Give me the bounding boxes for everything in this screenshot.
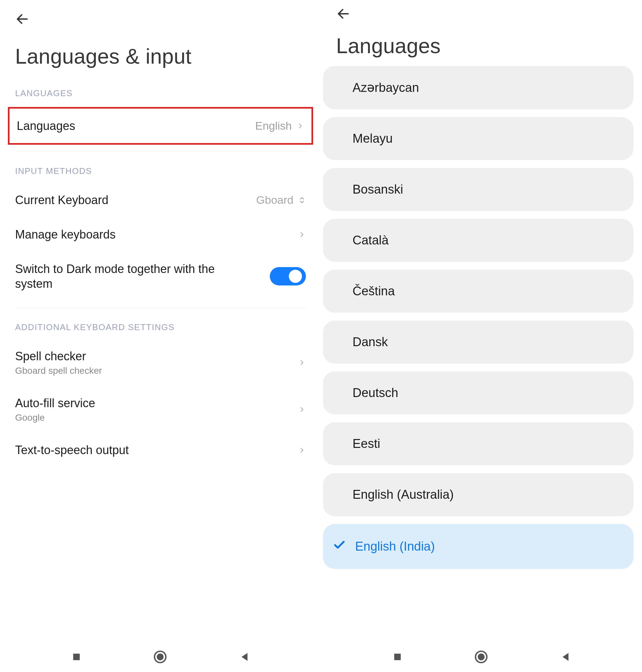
language-item[interactable]: Bosanski [323, 168, 633, 211]
nav-back-button[interactable] [239, 651, 251, 663]
language-item[interactable]: Dansk [323, 321, 633, 364]
section-header-input-methods: INPUT METHODS [0, 158, 321, 183]
chevron-right-icon [298, 444, 306, 456]
language-list: AzərbaycanMelayuBosanskiCatalàČeštinaDan… [321, 66, 642, 569]
language-item[interactable]: English (India) [323, 524, 633, 569]
language-item[interactable]: Eesti [323, 422, 633, 465]
languages-value: English [255, 119, 292, 132]
back-button[interactable] [0, 7, 321, 34]
svg-rect-2 [73, 654, 80, 660]
chevron-right-icon [298, 404, 306, 415]
svg-point-7 [477, 653, 485, 660]
languages-row[interactable]: Languages English [10, 108, 311, 143]
svg-rect-5 [394, 654, 401, 660]
manage-keyboards-label: Manage keyboards [15, 227, 116, 242]
tts-label: Text-to-speech output [15, 443, 129, 457]
language-name: English (India) [355, 540, 435, 554]
nav-recent-button[interactable] [392, 651, 403, 662]
languages-label: Languages [17, 118, 75, 133]
dark-mode-label: Switch to Dark mode together with the sy… [15, 261, 238, 291]
page-title: Languages [321, 26, 642, 66]
svg-point-4 [156, 653, 164, 660]
up-down-icon [298, 195, 306, 205]
highlighted-languages-row: Languages English [8, 107, 313, 145]
current-keyboard-value: Gboard [256, 194, 293, 206]
dark-mode-toggle[interactable] [270, 267, 306, 285]
languages-list-panel: Languages AzərbaycanMelayuBosanskiCatalà… [321, 0, 642, 642]
divider [15, 308, 306, 308]
nav-home-button[interactable] [474, 649, 489, 664]
section-header-languages: LANGUAGES [0, 80, 321, 105]
language-item[interactable]: Melayu [323, 117, 633, 160]
current-keyboard-label: Current Keyboard [15, 193, 108, 207]
chevron-right-icon [298, 229, 306, 240]
language-item[interactable]: Català [323, 219, 633, 262]
back-button[interactable] [321, 3, 642, 26]
manage-keyboards-row[interactable]: Manage keyboards [0, 217, 321, 252]
tts-row[interactable]: Text-to-speech output [0, 433, 321, 467]
spell-checker-row[interactable]: Spell checker Gboard spell checker [0, 339, 321, 386]
chevron-right-icon [296, 120, 304, 132]
check-icon [333, 539, 346, 555]
nav-recent-button[interactable] [71, 651, 82, 662]
language-item[interactable]: Azərbaycan [323, 66, 633, 109]
settings-languages-input-panel: Languages & input LANGUAGES Languages En… [0, 0, 321, 642]
navigation-bar [0, 642, 642, 672]
language-item[interactable]: English (Australia) [323, 473, 633, 516]
nav-home-button[interactable] [153, 649, 168, 664]
nav-back-button[interactable] [560, 651, 572, 663]
spell-checker-label: Spell checker [15, 349, 102, 364]
autofill-row[interactable]: Auto-fill service Google [0, 386, 321, 433]
section-header-additional: ADDITIONAL KEYBOARD SETTINGS [0, 314, 321, 339]
chevron-right-icon [298, 357, 306, 368]
dark-mode-row[interactable]: Switch to Dark mode together with the sy… [0, 252, 321, 301]
page-title: Languages & input [0, 34, 321, 80]
language-item[interactable]: Čeština [323, 270, 633, 313]
autofill-sublabel: Google [15, 412, 95, 423]
divider [15, 151, 306, 152]
language-item[interactable]: Deutsch [323, 372, 633, 414]
current-keyboard-row[interactable]: Current Keyboard Gboard [0, 183, 321, 217]
autofill-label: Auto-fill service [15, 396, 95, 411]
spell-checker-sublabel: Gboard spell checker [15, 365, 102, 376]
